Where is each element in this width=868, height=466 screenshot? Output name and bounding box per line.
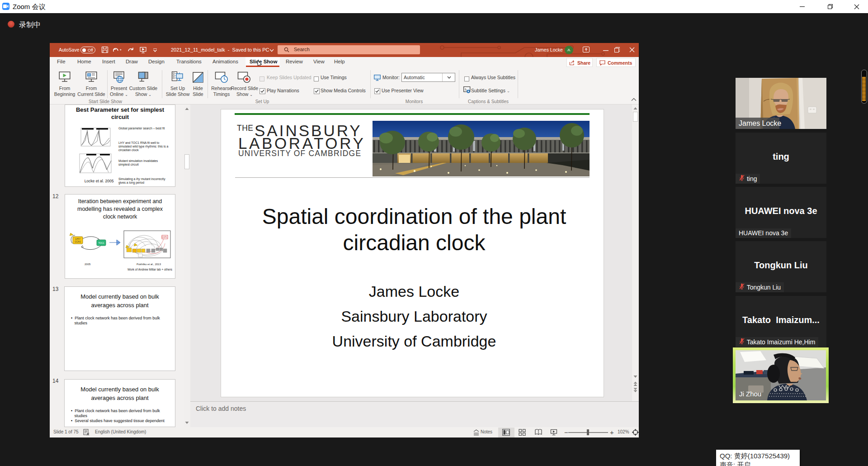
- svg-text:Ji Zhou: Ji Zhou: [739, 390, 761, 398]
- svg-text:James Locke: James Locke: [739, 119, 781, 127]
- svg-text:Work of Andrew Millar lab + ot: Work of Andrew Millar lab + others: [127, 268, 172, 271]
- svg-text:CCA1: CCA1: [75, 240, 81, 243]
- svg-text:2005: 2005: [85, 263, 91, 266]
- svg-text:TOC1: TOC1: [98, 242, 104, 244]
- svg-text:Pokhilko et al., 2013: Pokhilko et al., 2013: [137, 263, 161, 266]
- svg-text:COP1: COP1: [162, 236, 168, 238]
